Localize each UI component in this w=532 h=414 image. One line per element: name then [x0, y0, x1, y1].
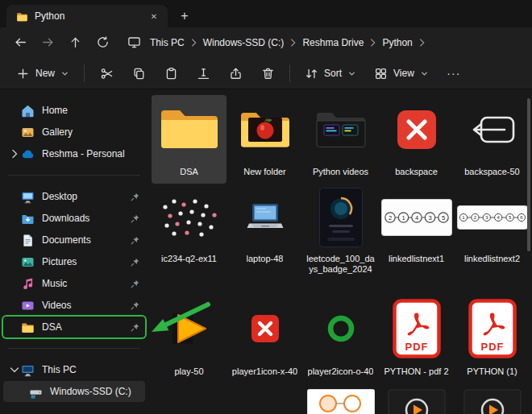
chevron-slot	[8, 234, 21, 246]
share-button[interactable]	[220, 60, 251, 86]
refresh-icon	[96, 35, 110, 49]
view-button[interactable]: View	[366, 60, 437, 86]
file-thumbnail-diagram-orange	[303, 385, 378, 414]
file-thumbnail-laptop	[227, 184, 302, 251]
new-button[interactable]: New	[8, 60, 77, 86]
sidebar-item-label: Desktop	[42, 191, 130, 202]
file-item[interactable]: PDFPYTHON (1)	[455, 293, 530, 385]
file-item[interactable]: New folder	[227, 95, 302, 184]
file-item[interactable]: 123456linkedlistnext2	[455, 184, 530, 293]
rename-icon	[197, 67, 210, 81]
chevron-right-icon[interactable]	[189, 37, 199, 48]
sidebar-item-music[interactable]: Music	[3, 273, 145, 294]
file-item[interactable]: laptop-48	[227, 184, 302, 293]
copy-button[interactable]	[123, 60, 154, 86]
file-item[interactable]: backspace-50	[455, 95, 530, 184]
chevron-right-icon[interactable]	[368, 37, 378, 48]
file-item[interactable]: DSA	[152, 95, 227, 184]
forward-button[interactable]	[34, 31, 61, 55]
sidebar-item-label: Pictures	[42, 256, 130, 267]
file-item[interactable]	[379, 385, 454, 414]
sidebar-item-windows-ssd[interactable]: Windows-SSD (C:)	[3, 381, 145, 402]
file-item[interactable]: backspace	[379, 95, 454, 184]
pin-icon	[130, 213, 140, 224]
videos-icon	[21, 299, 35, 313]
sidebar-item-documents[interactable]: Documents	[3, 230, 145, 250]
breadcrumb[interactable]: This PCWindows-SSD (C:)Reshma DrivePytho…	[121, 31, 526, 55]
sidebar-item-this-pc[interactable]: This PC	[3, 359, 145, 380]
file-item[interactable]: play-50	[152, 293, 227, 385]
chevron-slot	[8, 321, 21, 333]
breadcrumb-item[interactable]: This PC	[146, 35, 189, 51]
chevron-right-icon[interactable]	[288, 37, 298, 48]
file-thumbnail-backspace-red	[379, 95, 454, 164]
sidebar-item-home[interactable]: Home	[3, 100, 145, 121]
file-item[interactable]: ic234-q2-ex11	[152, 184, 227, 293]
tab-python[interactable]: Python ✕	[6, 5, 168, 27]
file-item[interactable]: player2icon-o-40	[303, 293, 378, 385]
sidebar-item-label: Downloads	[42, 213, 130, 224]
delete-button[interactable]	[252, 60, 283, 86]
sidebar-divider	[8, 348, 140, 349]
file-item[interactable]	[303, 385, 378, 414]
pin-icon	[130, 300, 140, 311]
file-label: player2icon-o-40	[308, 366, 374, 377]
back-icon	[14, 35, 27, 49]
gallery-icon	[21, 126, 35, 139]
more-options-button[interactable]: ···	[438, 60, 469, 86]
chevron-down-icon[interactable]	[8, 363, 21, 376]
forward-icon	[41, 35, 55, 49]
file-item[interactable]: 21435linkedlistnext1	[379, 184, 454, 293]
sidebar-item-videos[interactable]: Videos	[3, 295, 145, 316]
file-label: player1icon-x-40	[232, 366, 297, 377]
sidebar-item-desktop[interactable]: Desktop	[3, 186, 145, 207]
sidebar-item-label: Windows-SSD (C:)	[50, 386, 140, 397]
rename-button[interactable]	[188, 60, 218, 86]
paste-button[interactable]	[156, 60, 186, 86]
sidebar-item-label: Music	[42, 278, 130, 289]
file-thumbnail-folder-dark	[303, 95, 378, 164]
scrollbar-thumb[interactable]	[527, 98, 530, 251]
file-item[interactable]	[455, 385, 530, 414]
music-icon	[21, 277, 35, 291]
file-item[interactable]: player1icon-x-40	[227, 293, 302, 385]
svg-text:PDF: PDF	[480, 341, 504, 353]
file-item[interactable]: Python videos	[303, 95, 378, 184]
sidebar-item-gallery[interactable]: Gallery	[3, 122, 145, 143]
file-item[interactable]: PDFPYTHON - pdf 2	[379, 293, 454, 385]
sidebar-item-downloads[interactable]: Downloads	[3, 208, 145, 229]
navigation-bar: This PCWindows-SSD (C:)Reshma DrivePytho…	[0, 27, 532, 57]
up-button[interactable]	[61, 31, 89, 55]
sort-button-label: Sort	[324, 68, 342, 79]
svg-text:5: 5	[441, 214, 444, 221]
sidebar-item-pictures[interactable]: Pictures	[3, 251, 145, 272]
file-thumbnail-x-red	[227, 293, 302, 364]
chevron-right-icon[interactable]	[417, 37, 427, 48]
breadcrumb-item[interactable]: Reshma Drive	[298, 35, 368, 51]
sidebar-item-onedrive-personal[interactable]: Reshma - Personal	[3, 143, 145, 164]
breadcrumb-item[interactable]: Windows-SSD (C:)	[199, 35, 289, 51]
new-tab-button[interactable]: +	[174, 6, 195, 26]
copy-icon	[132, 67, 146, 81]
refresh-button[interactable]	[89, 31, 116, 55]
cut-button[interactable]	[91, 60, 122, 86]
file-thumbnail-play	[152, 293, 227, 364]
delete-icon	[261, 67, 275, 81]
tab-close-icon[interactable]: ✕	[147, 9, 161, 23]
chevron-slot	[8, 104, 21, 117]
sidebar-divider	[8, 175, 140, 176]
chevron-down-icon	[60, 69, 69, 78]
sidebar-item-dsa[interactable]: DSA	[3, 317, 145, 337]
file-thumbnail-folder-apple	[227, 95, 302, 164]
file-thumbnail-linkedlist-2: 123456	[455, 184, 530, 251]
file-item[interactable]: leetcode_100_days_badge_2024	[303, 184, 378, 293]
file-thumbnail-pdf: PDF	[379, 293, 454, 364]
sort-button[interactable]: Sort	[297, 60, 364, 86]
svg-text:4: 4	[414, 214, 418, 221]
svg-text:PDF: PDF	[405, 341, 428, 353]
breadcrumb-item[interactable]: Python	[378, 35, 416, 51]
back-button[interactable]	[6, 31, 34, 55]
chevron-right-icon[interactable]	[8, 147, 21, 160]
more-options-icon: ···	[447, 67, 460, 80]
file-label: linkedlistnext2	[464, 254, 520, 264]
